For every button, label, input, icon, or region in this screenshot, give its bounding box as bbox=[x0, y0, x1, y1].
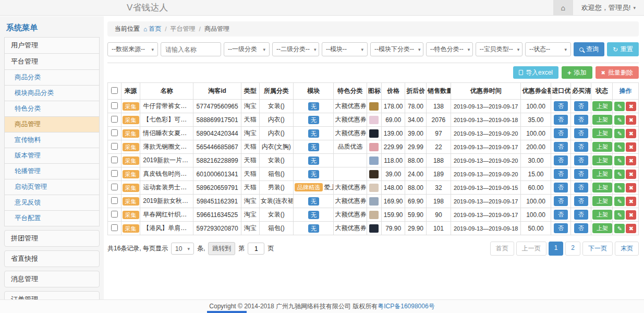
row-checkbox[interactable] bbox=[111, 102, 118, 109]
icp-link[interactable]: 粤ICP备16098006号 bbox=[378, 302, 434, 311]
delete-button[interactable]: ✖ bbox=[626, 142, 636, 152]
jump-button[interactable]: 跳转到 bbox=[208, 242, 235, 255]
sidebar-item[interactable]: 商品分类 bbox=[4, 69, 100, 86]
sidebar-item[interactable]: 订单管理 bbox=[4, 291, 100, 299]
status-toggle[interactable]: 上架 bbox=[592, 142, 612, 152]
status-toggle[interactable]: 上架 bbox=[592, 128, 612, 138]
must-buy-toggle[interactable]: 否 bbox=[574, 115, 588, 125]
edit-button[interactable]: ✎ bbox=[614, 210, 625, 220]
sidebar-item[interactable]: 省直快报 bbox=[4, 250, 100, 267]
import-select-toggle[interactable]: 否 bbox=[554, 128, 568, 138]
sidebar-item[interactable]: 消息管理 bbox=[4, 271, 100, 287]
must-buy-toggle[interactable]: 否 bbox=[574, 101, 588, 111]
page-button[interactable]: 下一页 bbox=[582, 242, 613, 256]
filter-select[interactable]: --宝贝类型--▾ bbox=[476, 42, 523, 56]
edit-button[interactable]: ✎ bbox=[614, 156, 625, 165]
sidebar-item[interactable]: 宣传物料 bbox=[4, 132, 100, 148]
must-buy-toggle[interactable]: 否 bbox=[574, 223, 588, 233]
search-button[interactable]: 查询 bbox=[574, 42, 604, 56]
filter-select[interactable]: --模块下分类--▾ bbox=[370, 42, 423, 56]
delete-button[interactable]: ✖ bbox=[626, 115, 636, 125]
import-select-toggle[interactable]: 否 bbox=[554, 210, 568, 220]
sidebar-item[interactable]: 启动页管理 bbox=[4, 179, 100, 195]
delete-button[interactable]: ✖ bbox=[626, 224, 636, 233]
filter-select[interactable]: --一级分类▾ bbox=[224, 42, 270, 56]
status-toggle[interactable]: 上架 bbox=[592, 223, 612, 233]
select-all-checkbox[interactable] bbox=[111, 87, 118, 94]
row-checkbox[interactable] bbox=[111, 129, 118, 136]
scrollbar-thumb[interactable] bbox=[207, 311, 247, 313]
reset-button[interactable]: ↻ 重置 bbox=[607, 42, 639, 56]
home-button[interactable]: ⌂ bbox=[553, 0, 573, 15]
edit-button[interactable]: ✎ bbox=[614, 142, 625, 152]
import-select-toggle[interactable]: 否 bbox=[554, 115, 568, 125]
edit-button[interactable]: ✎ bbox=[614, 183, 625, 192]
sidebar-item[interactable]: 平台配置 bbox=[4, 210, 100, 226]
must-buy-toggle[interactable]: 否 bbox=[574, 142, 588, 152]
row-checkbox[interactable] bbox=[111, 143, 118, 150]
delete-button[interactable]: ✖ bbox=[626, 210, 636, 220]
edit-button[interactable]: ✎ bbox=[614, 224, 625, 233]
sidebar-item[interactable]: 平台管理 bbox=[4, 53, 100, 70]
breadcrumb-home-link[interactable]: ⌂首页 bbox=[143, 25, 161, 33]
must-buy-toggle[interactable]: 否 bbox=[574, 128, 588, 138]
delete-button[interactable]: ✖ bbox=[626, 197, 636, 206]
sidebar-item[interactable]: 用户管理 bbox=[4, 37, 100, 54]
status-toggle[interactable]: 上架 bbox=[592, 115, 612, 125]
import-select-toggle[interactable]: 否 bbox=[554, 155, 568, 165]
user-menu[interactable]: 欢迎您，管理员! ▾ bbox=[573, 3, 644, 13]
import-select-toggle[interactable]: 否 bbox=[554, 223, 568, 233]
sidebar-item[interactable]: 轮播管理 bbox=[4, 163, 100, 179]
import-select-toggle[interactable]: 否 bbox=[554, 142, 568, 152]
page-button[interactable]: 末页 bbox=[615, 242, 639, 256]
must-buy-toggle[interactable]: 否 bbox=[574, 183, 588, 192]
edit-button[interactable]: ✎ bbox=[614, 129, 625, 138]
import-select-toggle[interactable]: 否 bbox=[554, 169, 568, 179]
delete-button[interactable]: ✖ bbox=[626, 183, 636, 192]
status-toggle[interactable]: 上架 bbox=[592, 183, 612, 192]
row-checkbox[interactable] bbox=[111, 116, 118, 123]
edit-button[interactable]: ✎ bbox=[614, 102, 625, 111]
delete-button[interactable]: ✖ bbox=[626, 156, 636, 165]
status-toggle[interactable]: 上架 bbox=[592, 155, 612, 165]
sidebar-item[interactable]: 特色分类 bbox=[4, 101, 100, 117]
must-buy-toggle[interactable]: 否 bbox=[574, 169, 588, 179]
import-select-toggle[interactable]: 否 bbox=[554, 183, 568, 192]
page-button[interactable]: 首页 bbox=[490, 242, 514, 256]
sidebar-item[interactable]: 拼团管理 bbox=[4, 230, 100, 247]
row-checkbox[interactable] bbox=[111, 211, 118, 218]
row-checkbox[interactable] bbox=[111, 224, 118, 231]
edit-button[interactable]: ✎ bbox=[614, 115, 625, 125]
sidebar-item[interactable]: 模块商品分类 bbox=[4, 85, 100, 101]
edit-button[interactable]: ✎ bbox=[614, 197, 625, 206]
name-search-input[interactable] bbox=[161, 42, 221, 56]
add-button[interactable]: + 添加 bbox=[562, 66, 592, 79]
import-select-toggle[interactable]: 否 bbox=[554, 101, 568, 111]
page-jump-input[interactable] bbox=[248, 243, 264, 255]
status-toggle[interactable]: 上架 bbox=[592, 210, 612, 220]
must-buy-toggle[interactable]: 否 bbox=[574, 155, 588, 165]
page-size-select[interactable]: 10 ▾ bbox=[171, 243, 194, 255]
page-button[interactable]: 2 bbox=[565, 242, 580, 256]
row-checkbox[interactable] bbox=[111, 170, 118, 177]
data-source-select[interactable]: --数据来源-- ▾ bbox=[107, 42, 158, 56]
page-button[interactable]: 1 bbox=[549, 242, 564, 256]
sidebar-item[interactable]: 意见反馈 bbox=[4, 195, 100, 211]
edit-button[interactable]: ✎ bbox=[614, 170, 625, 179]
row-checkbox[interactable] bbox=[111, 156, 118, 163]
sidebar-item[interactable]: 版本管理 bbox=[4, 148, 100, 164]
row-checkbox[interactable] bbox=[111, 184, 118, 190]
status-toggle[interactable]: 上架 bbox=[592, 101, 612, 111]
delete-button[interactable]: ✖ bbox=[626, 129, 636, 138]
filter-select[interactable]: --状态--▾ bbox=[525, 42, 571, 56]
import-select-toggle[interactable]: 否 bbox=[554, 196, 568, 206]
must-buy-toggle[interactable]: 否 bbox=[574, 196, 588, 206]
delete-button[interactable]: ✖ bbox=[626, 102, 636, 111]
filter-select[interactable]: --二级分类--▾ bbox=[272, 42, 319, 56]
page-button[interactable]: 上一页 bbox=[516, 242, 546, 256]
status-toggle[interactable]: 上架 bbox=[592, 169, 612, 179]
filter-select[interactable]: --特色分类--▾ bbox=[426, 42, 473, 56]
status-toggle[interactable]: 上架 bbox=[592, 196, 612, 206]
must-buy-toggle[interactable]: 否 bbox=[574, 210, 588, 220]
row-checkbox[interactable] bbox=[111, 197, 118, 204]
